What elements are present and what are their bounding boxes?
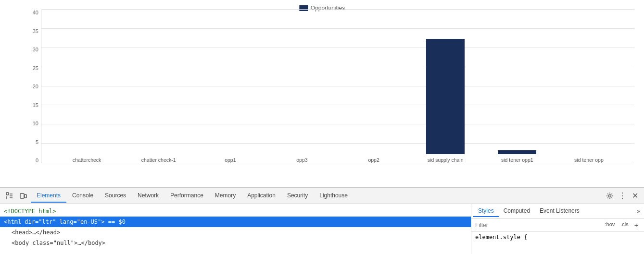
y-label-25: 25 bbox=[24, 65, 38, 71]
filter-actions: :hov .cls + bbox=[603, 221, 640, 230]
bar-label-sid-supply-chain: sid supply chain bbox=[428, 157, 464, 163]
y-label-30: 30 bbox=[24, 47, 38, 52]
close-devtools-btn[interactable]: ✕ bbox=[630, 191, 640, 201]
styles-tab-styles[interactable]: Styles bbox=[473, 206, 499, 217]
bar-label-opp3: opp3 bbox=[296, 157, 307, 163]
bar-group-sid-tener-opp: sid tener opp bbox=[553, 154, 625, 163]
tab-network[interactable]: Network bbox=[132, 189, 164, 203]
chart-inner: 0 5 10 15 20 25 30 35 40 bbox=[24, 10, 634, 163]
dom-line-html[interactable]: <html dir="ltr" lang="en-US"> == $0 bbox=[0, 217, 471, 227]
devtools-body: <!DOCTYPE html> <html dir="ltr" lang="en… bbox=[0, 204, 644, 254]
styles-tabs-row: Styles Computed Event Listeners » bbox=[471, 204, 644, 218]
bar-group-chatter-check-1: chatter check-1 bbox=[123, 154, 194, 163]
inspect-icon bbox=[6, 192, 13, 200]
inspect-icon-btn[interactable] bbox=[4, 190, 15, 202]
y-label-0: 0 bbox=[24, 157, 38, 163]
bar-group-sid-tener-opp1: sid tener opp1 bbox=[481, 150, 553, 163]
settings-icon bbox=[606, 192, 614, 200]
y-axis-labels: 0 5 10 15 20 25 30 35 40 bbox=[24, 10, 38, 163]
devtools-toolbar: Elements Console Sources Network Perform… bbox=[0, 188, 644, 204]
chart-container: Opportunities 0 5 10 15 20 25 30 35 40 bbox=[0, 0, 644, 187]
tab-application[interactable]: Application bbox=[241, 189, 281, 203]
chart-plot-area: chattercheck chatter check-1 opp1 opp3 bbox=[41, 10, 634, 163]
styles-filter-input[interactable] bbox=[475, 222, 600, 229]
bar-group-chattercheck: chattercheck bbox=[51, 154, 123, 163]
dom-tree-panel: <!DOCTYPE html> <html dir="ltr" lang="en… bbox=[0, 204, 471, 254]
tab-console[interactable]: Console bbox=[66, 189, 99, 203]
bar-label-sid-tener-opp: sid tener opp bbox=[574, 157, 604, 163]
bar-sid-supply-chain bbox=[426, 39, 465, 154]
html-line-text: <html dir="ltr" lang="en-US"> == $0 bbox=[4, 218, 126, 225]
y-label-20: 20 bbox=[24, 84, 38, 89]
svg-rect-1 bbox=[20, 194, 24, 198]
styles-tab-event-listeners[interactable]: Event Listeners bbox=[535, 206, 584, 217]
bar-sid-tener-opp1 bbox=[498, 150, 536, 154]
dom-line-head[interactable]: <head>…</head> bbox=[0, 227, 471, 238]
settings-icon-btn[interactable] bbox=[605, 191, 615, 201]
filter-cls-btn[interactable]: .cls bbox=[619, 221, 631, 230]
device-toggle-icon bbox=[19, 192, 27, 200]
devtools-right-icons: ⋮ ✕ bbox=[605, 191, 640, 201]
tab-memory[interactable]: Memory bbox=[209, 189, 241, 203]
svg-point-3 bbox=[609, 194, 611, 197]
devtools-panel: Elements Console Sources Network Perform… bbox=[0, 187, 644, 254]
body-text: <body class="null">…</body> bbox=[4, 240, 105, 246]
bar-label-opp1: opp1 bbox=[225, 157, 236, 163]
y-label-5: 5 bbox=[24, 139, 38, 145]
y-label-10: 10 bbox=[24, 121, 38, 126]
y-label-40: 40 bbox=[24, 10, 38, 15]
svg-rect-2 bbox=[25, 194, 26, 198]
bar-label-chatter-check-1: chatter check-1 bbox=[141, 157, 176, 163]
more-options-btn[interactable]: ⋮ bbox=[617, 191, 628, 201]
bar-group-sid-supply-chain: sid supply chain bbox=[410, 39, 481, 163]
y-label-35: 35 bbox=[24, 28, 38, 34]
element-style-rule: element.style { bbox=[475, 234, 527, 241]
tab-elements[interactable]: Elements bbox=[31, 189, 66, 203]
bar-label-chattercheck: chattercheck bbox=[73, 157, 101, 163]
dom-line-doctype[interactable]: <!DOCTYPE html> bbox=[0, 206, 471, 217]
dom-line-body[interactable]: <body class="null">…</body> bbox=[0, 238, 471, 248]
doctype-text: <!DOCTYPE html> bbox=[4, 208, 56, 215]
head-text: <head>…</head> bbox=[4, 229, 60, 236]
tab-sources[interactable]: Sources bbox=[99, 189, 132, 203]
svg-rect-0 bbox=[6, 193, 9, 195]
bar-label-opp2: opp2 bbox=[368, 157, 379, 163]
device-toggle-btn[interactable] bbox=[17, 190, 29, 202]
styles-overflow-chevron[interactable]: » bbox=[635, 207, 642, 216]
styles-filter-row: :hov .cls + bbox=[471, 218, 644, 232]
styles-content: element.style { bbox=[471, 232, 644, 254]
bars-container: chattercheck chatter check-1 opp1 opp3 bbox=[41, 10, 634, 163]
bar-group-opp2: opp2 bbox=[338, 154, 410, 163]
tab-lighthouse[interactable]: Lighthouse bbox=[314, 189, 354, 203]
filter-hov-btn[interactable]: :hov bbox=[603, 221, 617, 230]
styles-panel: Styles Computed Event Listeners » :hov .… bbox=[471, 204, 644, 254]
bar-group-opp1: opp1 bbox=[194, 154, 266, 163]
styles-tab-computed[interactable]: Computed bbox=[499, 206, 535, 217]
bar-label-sid-tener-opp1: sid tener opp1 bbox=[501, 157, 533, 163]
y-label-15: 15 bbox=[24, 102, 38, 108]
tab-performance[interactable]: Performance bbox=[164, 189, 209, 203]
filter-plus-btn[interactable]: + bbox=[632, 221, 640, 230]
tab-security[interactable]: Security bbox=[281, 189, 314, 203]
bar-group-opp3: opp3 bbox=[266, 154, 338, 163]
